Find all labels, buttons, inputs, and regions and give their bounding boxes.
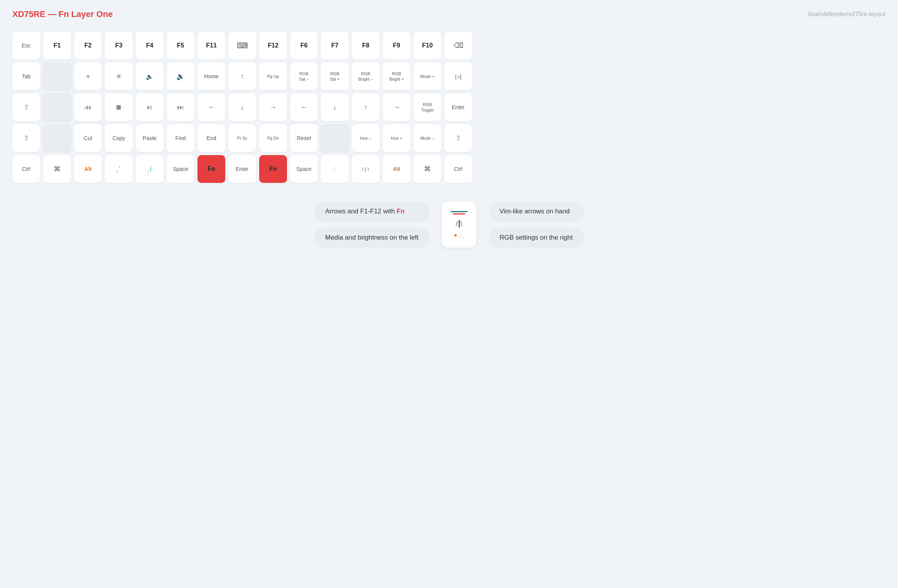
- key-f12[interactable]: F12: [259, 32, 287, 59]
- icon-line-teal: [451, 211, 468, 212]
- icon-line-red: [453, 213, 465, 215]
- key-rgb-sat-plus[interactable]: RGBSat +: [321, 63, 349, 90]
- key-f8[interactable]: F8: [352, 32, 380, 59]
- key-hue-minus[interactable]: Hue –: [352, 124, 380, 152]
- title-accent: Fn Layer One: [59, 9, 113, 19]
- key-enter-r3[interactable]: Enter: [444, 93, 472, 121]
- key-vim-right[interactable]: →: [383, 93, 410, 121]
- annotation-arrows-fn: Arrows and F1-F12 with Fn: [314, 201, 429, 221]
- key-vim-left[interactable]: ←: [290, 93, 318, 121]
- key-brightness-up[interactable]: ☀: [105, 63, 133, 90]
- annotation-rgb: RGB settings on the right: [489, 228, 584, 248]
- key-ctrl-left[interactable]: Ctrl: [12, 155, 40, 183]
- key-mode-plus[interactable]: Mode +: [414, 63, 441, 90]
- annotation-section: Arrows and F1-F12 with Fn Media and brig…: [12, 201, 886, 248]
- key-find[interactable]: Find: [167, 124, 194, 152]
- key-next-track[interactable]: ⏭: [167, 93, 194, 121]
- key-vim-up[interactable]: ↑: [352, 93, 380, 121]
- key-fn-left[interactable]: Fn: [197, 155, 225, 183]
- key-f6[interactable]: F6: [290, 32, 318, 59]
- page-subtitle: braindefender/xd75re-layout: [809, 11, 886, 18]
- key-reset[interactable]: Reset: [290, 124, 318, 152]
- key-right-arrow[interactable]: →: [259, 93, 287, 121]
- title-prefix: XD75RE —: [12, 9, 59, 19]
- key-fn-right[interactable]: Fn: [259, 155, 287, 183]
- keyboard-row-3: ⇧ ⏮ ⏹ ⏯ ⏭ ← ↓ → ← ↓ ↑ → RGBToggle Enter: [12, 93, 886, 121]
- key-shift-teal-left[interactable]: ⇧: [12, 124, 40, 152]
- center-keyboard-icon: / \ ,ˈˌ: [442, 201, 476, 248]
- key-forward-icon[interactable]: ▷|: [444, 63, 472, 90]
- key-stop[interactable]: ⏹: [105, 93, 133, 121]
- key-cmd-right[interactable]: ⌘: [414, 155, 441, 183]
- key-prsc[interactable]: Pr Sc: [228, 124, 256, 152]
- key-prev-track[interactable]: ⏮: [74, 93, 102, 121]
- key-f9[interactable]: F9: [383, 32, 410, 59]
- key-rgb-bright-minus[interactable]: RGBBright –: [352, 63, 380, 90]
- key-end[interactable]: End: [197, 124, 225, 152]
- key-copy[interactable]: Copy: [105, 124, 133, 152]
- page-title: XD75RE — Fn Layer One: [12, 9, 113, 19]
- annotation-right: Vim-like arrows on hand RGB settings on …: [489, 201, 584, 248]
- annotation-left: Arrows and F1-F12 with Fn Media and brig…: [314, 201, 429, 248]
- key-mode-minus[interactable]: Mode –: [414, 124, 441, 152]
- key-backspace[interactable]: ⌫: [444, 32, 472, 59]
- keyboard-row-1: Esc F1 F2 F3 F4 F5 F11 ⌨ F12 F6 F7 F8 F9…: [12, 32, 886, 59]
- key-shift-teal-right[interactable]: ⇧: [444, 124, 472, 152]
- key-f2[interactable]: F2: [74, 32, 102, 59]
- keyboard-layout: Esc F1 F2 F3 F4 F5 F11 ⌨ F12 F6 F7 F8 F9…: [12, 32, 886, 183]
- key-ctrl-right[interactable]: Ctrl: [444, 155, 472, 183]
- icon-dot-area: ,ˈˌ: [454, 233, 464, 238]
- key-left-arrow[interactable]: ←: [197, 93, 225, 121]
- keyboard-row-4: ⇧ Cut Copy Paste Find End Pr Sc Pg Dn Re…: [12, 124, 886, 152]
- key-space-left[interactable]: Space: [167, 155, 194, 183]
- key-dots-teal[interactable]: ·:: [321, 155, 349, 183]
- key-f10[interactable]: F10: [414, 32, 441, 59]
- key-home[interactable]: Home: [197, 63, 225, 90]
- key-vol-up[interactable]: 🔉: [167, 63, 194, 90]
- key-tab[interactable]: Tab: [12, 63, 40, 90]
- key-alt-left[interactable]: Alt: [74, 155, 102, 183]
- key-vim-down[interactable]: ↓: [321, 93, 349, 121]
- key-f7[interactable]: F7: [321, 32, 349, 59]
- key-caps-shift[interactable]: ⇧: [12, 93, 40, 121]
- keyboard-row-2: Tab ☀ ☀ 🔈 🔉 Home ↑ Pg Up RGBSat – RGBSat…: [12, 63, 886, 90]
- key-cmd-left[interactable]: ⌘: [43, 155, 71, 183]
- key-keyboard-icon[interactable]: ⌨: [228, 32, 256, 59]
- key-space-right[interactable]: Space: [290, 155, 318, 183]
- page-header: XD75RE — Fn Layer One braindefender/xd75…: [12, 9, 886, 19]
- key-f4[interactable]: F4: [136, 32, 164, 59]
- key-down-arrow[interactable]: ↓: [228, 93, 256, 121]
- key-enter-r5[interactable]: Enter: [228, 155, 256, 183]
- key-f5[interactable]: F5: [167, 32, 194, 59]
- key-empty-r2c2: [43, 63, 71, 90]
- key-f1[interactable]: F1: [43, 32, 71, 59]
- key-slash-pipe[interactable]: / | \: [352, 155, 380, 183]
- key-up-arrow[interactable]: ↑: [228, 63, 256, 90]
- annotation-media: Media and brightness on the left: [314, 228, 429, 248]
- key-rgb-toggle[interactable]: RGBToggle: [414, 93, 441, 121]
- key-cut[interactable]: Cut: [74, 124, 102, 152]
- key-rgb-sat-minus[interactable]: RGBSat –: [290, 63, 318, 90]
- icon-slash-area: / \: [456, 220, 462, 228]
- annotation-vim: Vim-like arrows on hand: [489, 201, 584, 221]
- key-play-pause[interactable]: ⏯: [136, 93, 164, 121]
- key-pgup[interactable]: Pg Up: [259, 63, 287, 90]
- key-comma-marks-left[interactable]: ,ˈ: [105, 155, 133, 183]
- key-empty-r3c2: [43, 93, 71, 121]
- key-pgdn[interactable]: Pg Dn: [259, 124, 287, 152]
- key-alt-right[interactable]: Alt: [383, 155, 410, 183]
- key-paste[interactable]: Paste: [136, 124, 164, 152]
- key-empty-r4c11: [321, 124, 349, 152]
- key-rgb-bright-plus[interactable]: RGBBright +: [383, 63, 410, 90]
- key-hue-plus[interactable]: Hue +: [383, 124, 410, 152]
- keyboard-row-5: Ctrl ⌘ Alt ,ˈ ˌi Space Fn Enter Fn Space…: [12, 155, 886, 183]
- key-esc[interactable]: Esc: [12, 32, 40, 59]
- key-vol-down[interactable]: 🔈: [136, 63, 164, 90]
- key-empty-r4c2: [43, 124, 71, 152]
- key-brightness-down[interactable]: ☀: [74, 63, 102, 90]
- key-f3[interactable]: F3: [105, 32, 133, 59]
- key-comma-marks-right[interactable]: ˌi: [136, 155, 164, 183]
- key-f11[interactable]: F11: [197, 32, 225, 59]
